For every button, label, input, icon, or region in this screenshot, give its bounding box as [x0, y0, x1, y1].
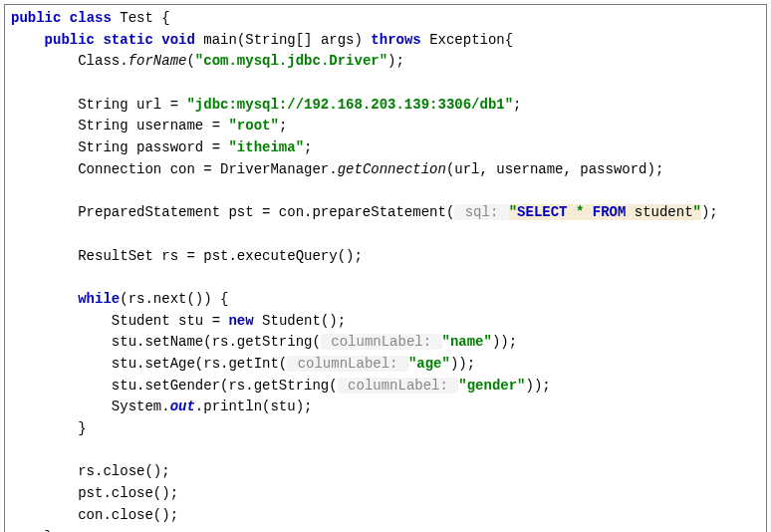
keyword: void — [161, 32, 195, 48]
string: "name" — [442, 334, 492, 350]
string: "itheima" — [228, 139, 304, 155]
field-ref: out — [170, 399, 195, 414]
text: Exception{ — [429, 32, 513, 48]
param-hint: sql: — [454, 204, 508, 220]
sql-text: * — [576, 204, 593, 220]
text: (rs.next()) { — [120, 291, 228, 307]
keyword: public — [11, 10, 61, 26]
sql-quote: " — [693, 204, 701, 220]
method-call: getConnection — [338, 161, 446, 177]
string: "age" — [408, 356, 450, 372]
keyword: while — [78, 291, 120, 307]
keyword: new — [228, 313, 253, 329]
text: Student stu = — [112, 313, 229, 329]
keyword: class — [70, 10, 112, 26]
text: stu.setAge(rs.getInt( — [112, 356, 287, 372]
param-hint: columnLabel: — [338, 378, 459, 394]
method-sig: main(String[] args) — [203, 32, 363, 48]
brace: { — [153, 10, 170, 26]
string: "jdbc:mysql://192.168.203.139:3306/db1" — [186, 97, 513, 113]
text: ( — [186, 53, 194, 69]
string: "gender" — [458, 378, 525, 394]
code-block: public class Test { public static void m… — [4, 4, 767, 532]
param-hint: columnLabel: — [321, 334, 442, 350]
sql-quote: " — [509, 204, 517, 220]
text: String url = — [78, 97, 186, 113]
text: Class. — [78, 53, 128, 69]
text: String username = — [78, 118, 228, 133]
text: .println(stu); — [195, 399, 313, 414]
string: "com.mysql.jdbc.Driver" — [195, 53, 387, 69]
text: ; — [513, 97, 521, 113]
text: pst.close(); — [78, 485, 178, 501]
text: con.close(); — [78, 507, 178, 523]
text: System. — [112, 399, 170, 414]
text: (url, username, password); — [446, 161, 663, 177]
string: "root" — [228, 118, 278, 133]
text: )); — [526, 378, 551, 394]
param-hint: columnLabel: — [287, 356, 408, 372]
text: Student(); — [254, 313, 346, 329]
text: ResultSet rs = pst.executeQuery(); — [78, 248, 363, 264]
keyword: throws — [371, 32, 420, 48]
text: ); — [701, 204, 718, 220]
brace: } — [78, 420, 86, 436]
sql-keyword: FROM — [593, 204, 635, 220]
text: rs.close(); — [78, 463, 169, 479]
sql-keyword: SELECT — [517, 204, 576, 220]
text: ); — [387, 53, 404, 69]
class-name: Test — [120, 10, 153, 26]
text: )); — [492, 334, 517, 350]
text: ; — [279, 118, 287, 133]
text: String password = — [78, 139, 228, 155]
sql-table: student — [635, 204, 693, 220]
text: stu.setName(rs.getString( — [112, 334, 321, 350]
text: ; — [304, 139, 312, 155]
brace: } — [45, 529, 53, 533]
text: stu.setGender(rs.getString( — [112, 378, 338, 394]
keyword: public — [45, 32, 95, 48]
text: Connection con = DriverManager. — [78, 161, 337, 177]
keyword: static — [103, 32, 152, 48]
text: )); — [450, 356, 475, 372]
text: PreparedStatement pst = con.prepareState… — [78, 204, 454, 220]
method-call: forName — [128, 53, 187, 69]
